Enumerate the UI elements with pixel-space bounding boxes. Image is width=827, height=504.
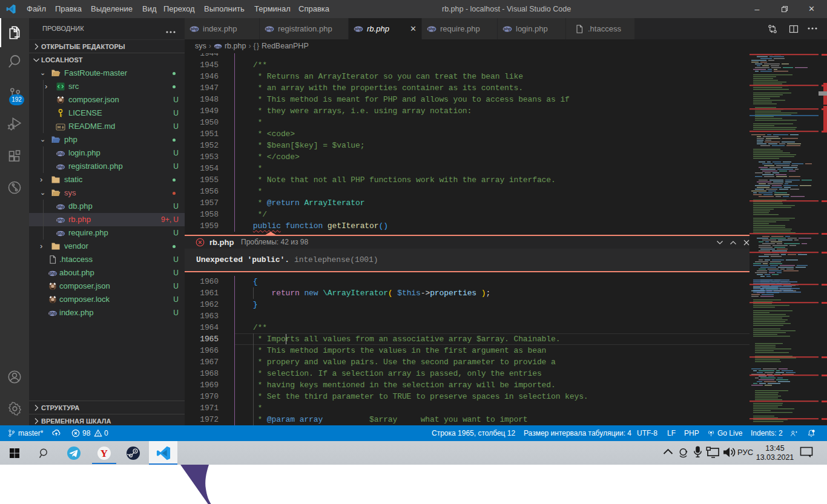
svg-text:php: php [49, 271, 56, 276]
svg-text:php: php [57, 205, 64, 209]
svg-text:php: php [355, 27, 362, 31]
svg-text:php: php [57, 165, 64, 169]
svg-text:php: php [428, 27, 435, 31]
svg-text:php: php [49, 311, 56, 316]
svg-text:Y: Y [100, 448, 108, 459]
svg-text:php: php [57, 231, 64, 236]
svg-text:php: php [57, 151, 64, 156]
svg-text:php: php [504, 27, 511, 31]
svg-text:php: php [191, 27, 198, 31]
svg-text:php: php [215, 45, 222, 48]
svg-text:php: php [266, 27, 273, 31]
svg-text:php: php [57, 218, 64, 223]
